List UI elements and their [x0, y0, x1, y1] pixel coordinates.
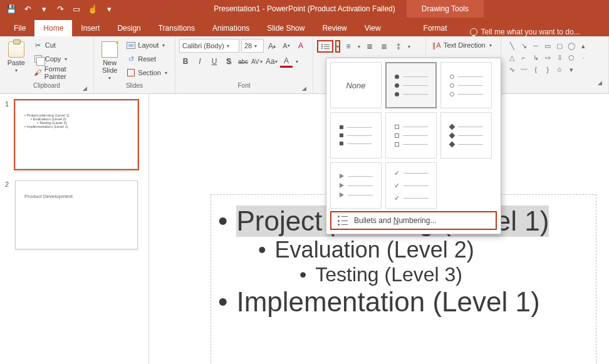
slides-group-label: Slides	[98, 82, 171, 93]
line-shape-icon[interactable]: ─	[530, 40, 541, 51]
cut-button[interactable]: Cut	[31, 39, 90, 51]
tab-view[interactable]: View	[356, 20, 390, 36]
scroll-up-icon[interactable]: ▴	[578, 40, 589, 51]
dialog-launcher-icon[interactable]: ◢	[300, 85, 308, 92]
font-name-combo[interactable]: Calibri (Body)▾	[179, 39, 239, 53]
rectangle-shape-icon[interactable]: ▭	[542, 40, 553, 51]
line-shape-icon[interactable]: ╲	[506, 40, 518, 51]
text-direction-button[interactable]: ‖AText Direction▾	[430, 39, 497, 51]
decrease-font-icon[interactable]: A▾	[280, 39, 293, 52]
bullet-check-option[interactable]	[385, 162, 437, 209]
elbow-shape-icon[interactable]: ⌐	[518, 52, 529, 63]
new-slide-button[interactable]: New Slide ▾	[98, 39, 122, 82]
touch-mode-icon[interactable]: ☝	[85, 2, 100, 16]
strikethrough-button[interactable]: abc	[237, 55, 249, 68]
scroll-down-icon[interactable]: ▾	[566, 64, 577, 75]
brace-right-shape-icon[interactable]: }	[542, 64, 553, 75]
numbering-button[interactable]: ≡	[342, 40, 355, 53]
line-spacing-icon[interactable]: ‡	[392, 40, 405, 53]
bullet-open-square-option[interactable]	[385, 112, 437, 159]
bullet-disc-option[interactable]	[385, 62, 437, 108]
shadow-button[interactable]: S	[222, 55, 235, 68]
tab-home[interactable]: Home	[34, 20, 72, 36]
brace-left-shape-icon[interactable]: {	[530, 64, 541, 75]
bullets-dropdown-icon[interactable]: ▾	[335, 40, 340, 53]
font-color-button[interactable]: A	[280, 55, 293, 68]
chevron-down-icon[interactable]: ▾	[407, 44, 412, 49]
bullet-icon	[258, 237, 266, 263]
copy-button[interactable]: Copy▾	[31, 53, 90, 65]
curve-shape-icon[interactable]: ∿	[506, 64, 518, 75]
tab-insert[interactable]: Insert	[72, 20, 108, 36]
tab-design[interactable]: Design	[108, 20, 149, 36]
tab-animations[interactable]: Animations	[204, 20, 258, 36]
tab-slideshow[interactable]: Slide Show	[258, 20, 313, 36]
increase-indent-icon[interactable]: ≣	[378, 40, 390, 53]
dialog-launcher-icon[interactable]: ◢	[596, 79, 603, 86]
increase-font-icon[interactable]: A▴	[266, 39, 278, 52]
chevron-down-icon[interactable]: ▾	[357, 44, 362, 49]
slide-thumbnail-1[interactable]: 1 • Project planning (Level 1) • Evaluat…	[6, 100, 142, 169]
elbow-arrow-shape-icon[interactable]: ↳	[530, 52, 541, 63]
chevron-down-icon[interactable]: ▾	[107, 75, 112, 81]
chevron-down-icon[interactable]: ▾	[14, 68, 19, 73]
italic-button[interactable]: I	[194, 55, 206, 68]
font-name-value: Calibri (Body)	[182, 42, 224, 49]
font-size-combo[interactable]: 28▾	[241, 39, 264, 53]
undo-more-icon[interactable]: ▾	[36, 2, 51, 16]
start-from-beginning-icon[interactable]: ▭	[69, 2, 84, 16]
qat-customize-icon[interactable]: ▾	[102, 2, 117, 16]
undo-icon[interactable]: ↶	[20, 2, 35, 16]
format-painter-button[interactable]: Format Painter	[31, 66, 90, 79]
layout-icon	[127, 42, 135, 49]
tell-me-box[interactable]: Tell me what you want to do...	[470, 28, 580, 36]
section-label: Section	[138, 69, 161, 76]
slide-thumbnail-panel: 1 • Project planning (Level 1) • Evaluat…	[0, 94, 149, 364]
char-spacing-button[interactable]: AV▾	[251, 55, 264, 68]
star-shape-icon[interactable]: ☆	[554, 64, 565, 75]
bullet-square-option[interactable]	[330, 112, 382, 159]
bullet-arrow-option[interactable]	[330, 162, 382, 209]
bullet-none-option[interactable]: None	[330, 62, 382, 108]
quick-access-toolbar: 💾 ↶ ▾ ↷ ▭ ☝ ▾	[4, 2, 117, 16]
arrow-right-shape-icon[interactable]: ⇨	[542, 52, 553, 63]
hexagon-shape-icon[interactable]: ⬡	[566, 52, 577, 63]
tab-format[interactable]: Format	[415, 20, 456, 36]
bold-button[interactable]: B	[179, 55, 192, 68]
rounded-rect-shape-icon[interactable]: ▢	[554, 40, 565, 51]
brush-icon	[34, 68, 42, 77]
paste-button[interactable]: Paste ▾	[4, 39, 29, 82]
layout-button[interactable]: Layout▾	[124, 39, 171, 51]
redo-icon[interactable]: ↷	[53, 2, 68, 16]
copy-label: Copy	[45, 55, 61, 63]
chevron-down-icon[interactable]: ▾	[294, 59, 299, 65]
bullets-and-numbering-menuitem[interactable]: Bullets and Numbering...	[330, 211, 497, 230]
arrow-down-shape-icon[interactable]: ⇩	[554, 52, 565, 63]
bullet-diamond-option[interactable]	[440, 112, 492, 159]
clear-formatting-icon[interactable]: A	[294, 39, 307, 52]
oval-shape-icon[interactable]: ◯	[566, 40, 577, 51]
row-nav-icon[interactable]: ·	[578, 52, 589, 63]
reset-button[interactable]: Reset	[124, 53, 171, 65]
font-size-value: 28	[244, 42, 252, 49]
slide-number: 2	[5, 180, 9, 188]
tab-file[interactable]: File	[5, 20, 34, 36]
shapes-gallery[interactable]: ╲ ↘ ─ ▭ ▢ ◯ ▴ △ ⌐ ↳ ⇨ ⇩ ⬡ · ∿ 〰 { } ☆ ▾	[505, 39, 605, 76]
tab-transitions[interactable]: Transitions	[150, 20, 204, 36]
slide-thumbnail-2[interactable]: 2 Product Development	[6, 180, 142, 249]
lightbulb-icon	[470, 28, 477, 36]
thumb-title: Product Development	[24, 194, 128, 199]
section-button[interactable]: Section▾	[124, 66, 171, 79]
bullet-ring-option[interactable]	[440, 62, 492, 108]
line-arrow-shape-icon[interactable]: ↘	[518, 40, 529, 51]
freeform-shape-icon[interactable]: 〰	[518, 64, 529, 75]
change-case-button[interactable]: Aa▾	[266, 55, 278, 68]
decrease-indent-icon[interactable]: ≣	[363, 40, 376, 53]
tab-review[interactable]: Review	[313, 20, 355, 36]
dialog-launcher-icon[interactable]: ◢	[81, 85, 88, 92]
bullets-button[interactable]	[317, 40, 333, 53]
triangle-shape-icon[interactable]: △	[506, 52, 518, 63]
save-icon[interactable]: 💾	[4, 2, 19, 16]
paste-label: Paste	[8, 59, 25, 66]
underline-button[interactable]: U	[208, 55, 221, 68]
